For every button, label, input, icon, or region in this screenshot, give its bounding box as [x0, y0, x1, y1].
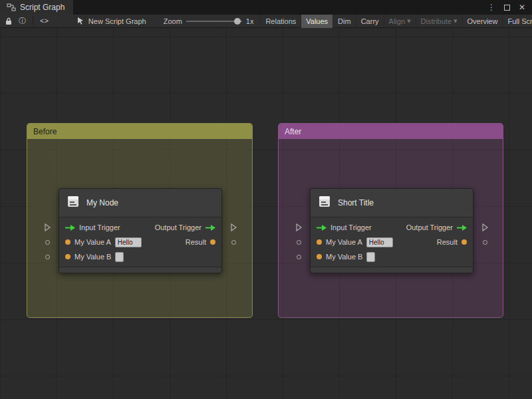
- flow-input-icon[interactable]: [317, 221, 327, 233]
- value-input-icon[interactable]: [65, 239, 70, 245]
- external-input-port[interactable]: [43, 223, 52, 232]
- pointer-icon: [76, 17, 84, 26]
- lock-icon[interactable]: [5, 17, 12, 25]
- graph-canvas[interactable]: Before After My Node: [0, 28, 532, 399]
- port-row-value-a: My Value A Result: [311, 235, 473, 249]
- result-label: Result: [437, 238, 458, 246]
- node-body: Input Trigger Output Trigger My Value A: [311, 217, 473, 267]
- flow-output-icon[interactable]: [205, 221, 215, 233]
- overview-button[interactable]: Overview: [462, 15, 503, 28]
- port-row-value-b: My Value B: [59, 249, 221, 264]
- unity-window: Script Graph ⋮ ✕ ⓘ <> New Script Graph Z…: [0, 0, 532, 399]
- info-icon[interactable]: ⓘ: [19, 17, 26, 25]
- group-after-header[interactable]: After: [279, 124, 503, 139]
- node-title: My Node: [86, 198, 118, 207]
- value-input-icon[interactable]: [65, 254, 70, 259]
- tab-bar: Script Graph ⋮ ✕: [0, 0, 532, 15]
- toolbar-buttons: Relations Values Dim Carry Align▾ Distri…: [260, 15, 532, 28]
- port-row-trigger: Input Trigger Output Trigger: [311, 220, 473, 235]
- toolbar-separator: [33, 17, 33, 25]
- external-output-port[interactable]: [480, 223, 489, 232]
- code-icon[interactable]: <>: [40, 17, 49, 25]
- value-a-label: My Value A: [74, 238, 111, 246]
- node-footer: [59, 267, 221, 273]
- zoom-slider[interactable]: [186, 17, 242, 25]
- group-title: Before: [33, 127, 57, 136]
- values-button[interactable]: Values: [301, 15, 332, 28]
- external-input-port[interactable]: [294, 223, 303, 232]
- value-b-field[interactable]: [366, 252, 375, 262]
- chevron-down-icon: ▾: [454, 17, 458, 25]
- output-trigger-label: Output Trigger: [155, 223, 201, 231]
- port-row-trigger: Input Trigger Output Trigger: [59, 220, 221, 235]
- group-title: After: [285, 127, 301, 136]
- port-row-value-b: My Value B: [311, 249, 473, 264]
- node-header[interactable]: My Node: [59, 189, 221, 217]
- align-button[interactable]: Align▾: [384, 15, 416, 28]
- input-trigger-label: Input Trigger: [79, 223, 120, 231]
- external-result-port[interactable]: [229, 237, 238, 247]
- distribute-button[interactable]: Distribute▾: [416, 15, 462, 28]
- chevron-down-icon: ▾: [407, 17, 411, 25]
- dim-button[interactable]: Dim: [332, 15, 356, 28]
- value-a-field[interactable]: [366, 237, 393, 247]
- value-a-field[interactable]: [115, 237, 142, 247]
- maximize-icon[interactable]: [504, 5, 510, 11]
- external-output-port[interactable]: [229, 223, 238, 232]
- zoom-control: Zoom 1x: [164, 17, 254, 25]
- value-output-icon[interactable]: [462, 239, 467, 245]
- flow-output-icon[interactable]: [457, 221, 467, 233]
- output-trigger-label: Output Trigger: [406, 223, 453, 231]
- group-before-header[interactable]: Before: [27, 124, 252, 139]
- value-b-field[interactable]: [115, 252, 124, 262]
- flow-input-icon[interactable]: [65, 221, 75, 233]
- close-icon[interactable]: ✕: [519, 3, 525, 11]
- external-result-port[interactable]: [480, 237, 489, 247]
- result-label: Result: [186, 238, 206, 246]
- new-script-graph-label: New Script Graph: [88, 17, 146, 25]
- external-value-b-port[interactable]: [294, 252, 303, 261]
- zoom-value: 1x: [246, 17, 254, 25]
- unit-icon: [317, 194, 332, 211]
- value-input-icon[interactable]: [317, 254, 322, 259]
- window-controls: ⋮ ✕: [487, 0, 532, 15]
- node-short-title[interactable]: Short Title Input Trigger Output Trigger: [310, 188, 473, 273]
- value-b-label: My Value B: [74, 253, 111, 261]
- value-input-icon[interactable]: [317, 239, 322, 245]
- input-trigger-label: Input Trigger: [331, 223, 372, 231]
- external-value-a-port[interactable]: [43, 237, 52, 247]
- tab-title: Script Graph: [20, 3, 65, 12]
- node-my-node[interactable]: My Node Input Trigger Output Trigger: [59, 188, 222, 273]
- unit-icon: [66, 194, 80, 211]
- external-value-b-port[interactable]: [43, 252, 52, 261]
- zoom-slider-knob[interactable]: [234, 18, 241, 25]
- relations-button[interactable]: Relations: [260, 15, 301, 28]
- new-script-graph-button[interactable]: New Script Graph: [76, 17, 146, 26]
- external-value-a-port[interactable]: [294, 237, 303, 247]
- fullscreen-button[interactable]: Full Screen: [502, 15, 532, 28]
- value-output-icon[interactable]: [210, 239, 215, 245]
- carry-button[interactable]: Carry: [356, 15, 384, 28]
- node-header[interactable]: Short Title: [311, 189, 473, 217]
- menu-icon[interactable]: ⋮: [487, 3, 495, 11]
- tab-script-graph[interactable]: Script Graph: [0, 0, 73, 15]
- port-row-value-a: My Value A Result: [59, 235, 221, 249]
- node-title: Short Title: [338, 198, 374, 207]
- graph-toolbar: ⓘ <> New Script Graph Zoom 1x Relations …: [0, 15, 532, 28]
- value-b-label: My Value B: [326, 253, 362, 261]
- script-graph-icon: [7, 3, 16, 11]
- zoom-label: Zoom: [164, 17, 182, 25]
- value-a-label: My Value A: [326, 238, 362, 246]
- node-footer: [311, 267, 473, 273]
- node-body: Input Trigger Output Trigger My Value A: [59, 217, 221, 267]
